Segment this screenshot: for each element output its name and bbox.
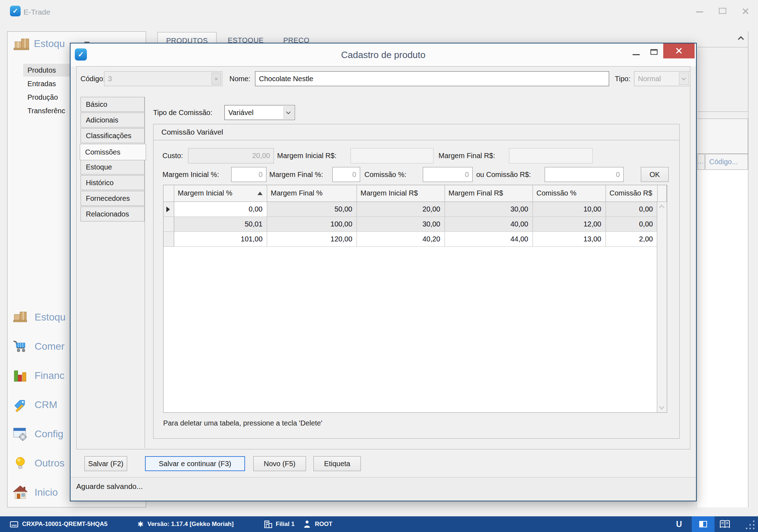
tipo-comissao-combobox[interactable]: Variável: [224, 105, 295, 120]
side-tab-comissoes[interactable]: Comissões: [80, 144, 146, 160]
magnet-icon[interactable]: U: [676, 516, 682, 532]
background-grid-body: [697, 170, 748, 507]
module-label: Inicio: [35, 483, 58, 502]
side-tab-fornecedores[interactable]: Fornecedores: [81, 191, 145, 206]
grid-cell[interactable]: 120,00: [267, 232, 357, 247]
ok-button[interactable]: OK: [641, 167, 669, 182]
grid-cell[interactable]: 0,00: [606, 217, 658, 232]
grid-cell[interactable]: 101,00: [174, 232, 267, 247]
window-close-button[interactable]: [742, 7, 749, 15]
resize-grip[interactable]: [746, 521, 756, 531]
dialog-close-button[interactable]: [663, 43, 695, 58]
grid-cell[interactable]: 13,00: [533, 232, 606, 247]
side-tab-relacionados[interactable]: Relacionados: [81, 207, 145, 221]
grid-cell[interactable]: 44,00: [445, 232, 533, 247]
dialog-minimize-button[interactable]: [633, 54, 640, 55]
scroll-down-icon[interactable]: [659, 404, 665, 410]
codigo-field[interactable]: 3 »: [104, 71, 222, 86]
nome-field[interactable]: Chocolate Nestle: [255, 71, 609, 86]
grid-cell[interactable]: 30,00: [357, 217, 445, 232]
sort-ascending-icon: [258, 192, 263, 195]
module-label: Financ: [35, 366, 64, 386]
row-selector[interactable]: [163, 217, 174, 232]
row-selector[interactable]: [163, 202, 174, 217]
comissao-pct-field[interactable]: 0: [423, 167, 473, 182]
codigo-nav-button[interactable]: »: [212, 73, 221, 85]
layout-toggle-active[interactable]: [692, 516, 715, 532]
filial-text: Filial 1: [276, 516, 295, 532]
background-filter-box: [697, 119, 748, 154]
tipo-combobox[interactable]: Normal: [634, 71, 690, 86]
grid-cell[interactable]: 30,00: [445, 202, 533, 217]
app-logo-icon: ✓: [10, 6, 21, 16]
margem-inicial-pct-field[interactable]: 0: [231, 167, 266, 182]
chevron-down-icon[interactable]: [284, 106, 294, 119]
background-grid-column-codigo[interactable]: Código...: [705, 154, 748, 170]
margem-final-pct-field[interactable]: 0: [332, 167, 360, 182]
window-minimize-button[interactable]: [696, 11, 703, 12]
tag-pencil-icon: [12, 397, 28, 413]
scroll-up-icon[interactable]: [659, 205, 665, 210]
grid-cell[interactable]: 50,00: [267, 202, 357, 217]
grid-column-header[interactable]: Margem Final R$: [445, 185, 533, 202]
comissao-variavel-groupbox: Comissão Variável Custo: 20,00 Margem In…: [153, 124, 680, 439]
etiqueta-button[interactable]: Etiqueta: [313, 456, 361, 471]
salvar-continuar-button[interactable]: Salvar e continuar (F3): [145, 456, 245, 471]
grid-column-header[interactable]: Margem Final %: [267, 185, 357, 202]
grid-cell[interactable]: 20,00: [357, 202, 445, 217]
grid-column-header[interactable]: Margem Inicial R$: [357, 185, 445, 202]
split-view-icon: [699, 521, 707, 527]
dialog-status-text: Aguarde salvando...: [71, 477, 696, 501]
book-icon[interactable]: [720, 520, 730, 528]
version-text: Versão: 1.17.4 [Gekko Moriah]: [147, 516, 234, 532]
dialog-maximize-button[interactable]: [650, 49, 658, 55]
table-row[interactable]: 0,00 50,00 20,00 30,00 10,00 0,00: [163, 202, 667, 217]
side-tab-historico[interactable]: Histórico: [81, 175, 145, 190]
window-maximize-button[interactable]: [719, 8, 726, 14]
grid-vertical-scrollbar[interactable]: [657, 202, 667, 412]
custo-field[interactable]: 20,00: [188, 148, 274, 163]
home-icon: [12, 485, 28, 500]
collapse-ribbon-icon[interactable]: [739, 36, 744, 41]
margem-inicial-rs-field[interactable]: [351, 148, 433, 163]
side-tab-adicionais[interactable]: Adicionais: [81, 113, 145, 127]
building-icon: [264, 521, 272, 528]
grid-cell[interactable]: 40,00: [445, 217, 533, 232]
chevron-down-icon[interactable]: [679, 73, 689, 85]
codigo-label: Código:: [81, 71, 105, 86]
row-selector[interactable]: [163, 232, 174, 247]
delete-hint-text: Para deletar uma tabela, pressione a tec…: [163, 418, 322, 428]
grid-cell[interactable]: 50,01: [174, 217, 267, 232]
side-tab-classificacoes[interactable]: Classificações: [81, 128, 145, 143]
grid-column-header[interactable]: Comissão R$: [606, 185, 658, 202]
grid-cell[interactable]: 0,00: [606, 202, 658, 217]
grid-cell[interactable]: 100,00: [267, 217, 357, 232]
salvar-button[interactable]: Salvar (F2): [84, 456, 127, 471]
grid-cell[interactable]: 0,00: [174, 202, 267, 217]
dialog-titlebar[interactable]: ✓ Cadastro de produto: [71, 43, 696, 66]
grid-cell[interactable]: 12,00: [533, 217, 606, 232]
novo-button[interactable]: Novo (F5): [253, 456, 306, 471]
grid-cell[interactable]: 40,20: [357, 232, 445, 247]
background-grid-column-left[interactable]: ...: [697, 154, 705, 170]
table-row[interactable]: 50,01 100,00 30,00 40,00 12,00 0,00: [163, 217, 667, 232]
dialog-title: Cadastro de produto: [71, 43, 696, 66]
tipo-label: Tipo:: [615, 71, 630, 86]
tipo-comissao-value: Variável: [228, 109, 254, 116]
window-gear-icon: [12, 426, 28, 442]
tabstrip-divider: [697, 47, 748, 47]
grid-header-row: Margem Inicial % Margem Final % Margem I…: [163, 185, 667, 202]
margem-inicial-rs-label: Margem Inicial R$:: [277, 148, 337, 163]
module-label: Config: [35, 424, 63, 444]
ou-comissao-rs-field[interactable]: 0: [545, 167, 624, 182]
side-tab-basico[interactable]: Básico: [81, 97, 145, 112]
grid-cell[interactable]: 2,00: [606, 232, 658, 247]
grid-column-header[interactable]: Margem Inicial %: [174, 185, 267, 202]
grid-cell[interactable]: 10,00: [533, 202, 606, 217]
margem-final-rs-field[interactable]: [509, 148, 593, 163]
table-row[interactable]: 101,00 120,00 40,20 44,00 13,00 2,00: [163, 232, 667, 247]
side-tab-estoque[interactable]: Estoque: [81, 160, 145, 174]
tipo-comissao-label: Tipo de Comissão:: [153, 105, 212, 120]
grid-column-header[interactable]: Comissão %: [533, 185, 606, 202]
version-icon: ✱: [137, 516, 144, 532]
